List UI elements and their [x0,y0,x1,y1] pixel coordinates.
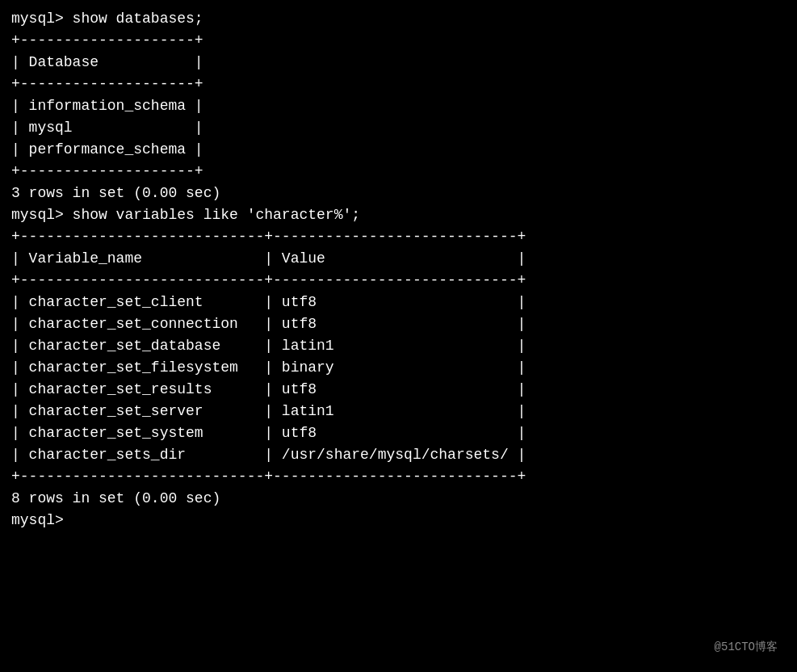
terminal-line: | character_set_connection | utf8 | [11,313,786,335]
terminal-line: +----------------------------+----------… [11,226,786,248]
terminal-line: +--------------------+ [11,74,786,95]
watermark: @51CTO博客 [715,639,778,656]
terminal-line: +----------------------------+----------… [11,466,786,488]
terminal-line: | character_set_server | latin1 | [11,401,786,422]
terminal-line: | Variable_name | Value | [11,248,786,270]
terminal-output: mysql> show databases;+-----------------… [11,8,786,531]
terminal-line: | mysql | [11,117,786,139]
terminal-line: | character_set_system | utf8 | [11,422,786,444]
terminal-line: | character_set_database | latin1 | [11,335,786,357]
terminal-line: mysql> show variables like 'character%'; [11,204,786,226]
terminal-line: +--------------------+ [11,161,786,183]
terminal-line: | performance_schema | [11,139,786,161]
terminal-line: | character_sets_dir | /usr/share/mysql/… [11,444,786,466]
terminal-line: 8 rows in set (0.00 sec) [11,488,786,510]
terminal-line: | character_set_client | utf8 | [11,292,786,313]
terminal-line: | character_set_filesystem | binary | [11,357,786,379]
terminal-line: 3 rows in set (0.00 sec) [11,183,786,204]
terminal-window: mysql> show databases;+-----------------… [11,8,786,664]
terminal-line: | Database | [11,52,786,74]
terminal-line: | information_schema | [11,95,786,117]
terminal-line: +----------------------------+----------… [11,270,786,292]
terminal-line: +--------------------+ [11,30,786,52]
terminal-line: mysql> show databases; [11,8,786,30]
terminal-line: mysql> [11,510,786,531]
terminal-line: | character_set_results | utf8 | [11,379,786,401]
